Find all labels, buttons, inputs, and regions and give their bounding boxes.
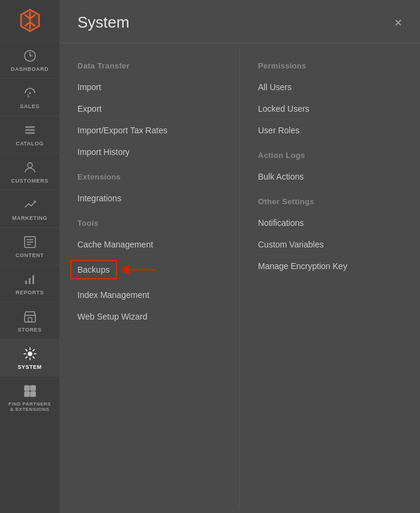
- svg-rect-19: [31, 392, 35, 396]
- index-management-link[interactable]: Index Management: [77, 289, 221, 301]
- sidebar-item-content[interactable]: CONTENT: [0, 227, 59, 264]
- import-link[interactable]: Import: [77, 81, 221, 93]
- sidebar-item-dashboard[interactable]: DASHBOARD: [0, 41, 59, 78]
- svg-rect-13: [25, 315, 35, 322]
- user-roles-link[interactable]: User Roles: [258, 124, 402, 136]
- magento-logo-icon: [17, 7, 43, 34]
- svg-rect-10: [25, 281, 27, 284]
- sales-icon: $: [23, 86, 37, 100]
- extensions-section: Extensions Integrations: [77, 172, 221, 204]
- svg-rect-5: [25, 129, 35, 131]
- action-logs-section: Action Logs Bulk Actions: [258, 151, 402, 183]
- import-history-link[interactable]: Import History: [77, 146, 221, 158]
- right-column: Permissions All Users Locked Users User …: [239, 49, 420, 507]
- backups-wrapper: Backups: [77, 260, 221, 279]
- svg-point-15: [28, 352, 32, 356]
- sidebar-item-catalog[interactable]: CATALOG: [0, 115, 59, 153]
- cache-management-link[interactable]: Cache Management: [77, 238, 221, 250]
- sidebar-item-marketing[interactable]: MARKETING: [0, 190, 59, 227]
- notifications-link[interactable]: Notifications: [258, 217, 402, 229]
- sidebar-logo: [0, 0, 59, 41]
- svg-rect-11: [29, 278, 31, 284]
- tools-section: Tools Cache Management Backups: [77, 219, 221, 323]
- panel-header: System ×: [59, 0, 420, 43]
- left-column: Data Transfer Import Export Import/Expor…: [59, 49, 239, 507]
- web-setup-wizard-link[interactable]: Web Setup Wizard: [77, 311, 221, 323]
- bulk-actions-link[interactable]: Bulk Actions: [258, 171, 402, 183]
- sidebar-item-catalog-label: CATALOG: [16, 141, 44, 147]
- export-link[interactable]: Export: [77, 103, 221, 115]
- panel-title: System: [77, 13, 130, 32]
- sidebar-item-content-label: CONTENT: [16, 252, 44, 258]
- sidebar-item-stores[interactable]: STORES: [0, 302, 59, 339]
- permissions-heading: Permissions: [258, 61, 402, 70]
- sidebar: DASHBOARD $ SALES CATALOG CUSTOMERS MARK…: [0, 0, 59, 513]
- reports-icon: [23, 272, 37, 287]
- svg-point-2: [29, 93, 31, 94]
- all-users-link[interactable]: All Users: [258, 81, 402, 93]
- system-icon: [23, 347, 37, 361]
- sidebar-item-sales[interactable]: $ SALES: [0, 78, 59, 115]
- red-arrow-icon: [122, 261, 158, 278]
- extensions-heading: Extensions: [77, 172, 221, 181]
- panel-content: Data Transfer Import Export Import/Expor…: [59, 43, 420, 513]
- sidebar-item-customers-label: CUSTOMERS: [11, 178, 49, 184]
- extensions-icon: [23, 384, 37, 398]
- customers-icon: [23, 160, 37, 175]
- sidebar-item-find-partners-label: FIND PARTNERS& EXTENSIONS: [8, 401, 51, 412]
- sidebar-item-system[interactable]: SYSTEM: [0, 339, 59, 376]
- tools-heading: Tools: [77, 219, 221, 228]
- sidebar-item-customers[interactable]: CUSTOMERS: [0, 153, 59, 190]
- svg-rect-17: [31, 386, 35, 390]
- sidebar-item-stores-label: STORES: [18, 327, 42, 333]
- integrations-link[interactable]: Integrations: [77, 192, 221, 204]
- svg-rect-16: [25, 386, 29, 390]
- stores-icon: [23, 309, 37, 324]
- svg-point-7: [28, 163, 32, 168]
- svg-rect-18: [25, 392, 29, 396]
- marketing-icon: [23, 198, 37, 212]
- action-logs-heading: Action Logs: [258, 151, 402, 160]
- catalog-icon: [23, 123, 37, 138]
- locked-users-link[interactable]: Locked Users: [258, 103, 402, 115]
- svg-rect-14: [28, 318, 32, 322]
- sidebar-item-sales-label: SALES: [20, 103, 40, 109]
- sidebar-item-find-partners[interactable]: FIND PARTNERS& EXTENSIONS: [0, 376, 59, 418]
- backups-link[interactable]: Backups: [70, 260, 117, 279]
- data-transfer-heading: Data Transfer: [77, 61, 221, 70]
- other-settings-heading: Other Settings: [258, 197, 402, 206]
- sidebar-item-reports-label: REPORTS: [16, 290, 44, 296]
- custom-variables-link[interactable]: Custom Variables: [258, 238, 402, 250]
- content-icon: [23, 235, 37, 249]
- system-panel: System × Data Transfer Import Export Imp…: [59, 0, 420, 513]
- sidebar-item-system-label: SYSTEM: [17, 364, 41, 370]
- sidebar-item-marketing-label: MARKETING: [12, 215, 47, 221]
- svg-rect-4: [25, 126, 35, 128]
- svg-rect-6: [25, 132, 35, 134]
- close-button[interactable]: ×: [394, 16, 402, 29]
- permissions-section: Permissions All Users Locked Users User …: [258, 61, 402, 136]
- sidebar-item-dashboard-label: DASHBOARD: [11, 66, 49, 72]
- sidebar-item-reports[interactable]: REPORTS: [0, 264, 59, 302]
- data-transfer-section: Data Transfer Import Export Import/Expor…: [77, 61, 221, 158]
- dashboard-icon: [23, 49, 37, 63]
- import-export-tax-rates-link[interactable]: Import/Export Tax Rates: [77, 124, 221, 136]
- other-settings-section: Other Settings Notifications Custom Vari…: [258, 197, 402, 272]
- svg-rect-12: [32, 275, 34, 284]
- manage-encryption-key-link[interactable]: Manage Encryption Key: [258, 260, 402, 272]
- svg-text:$: $: [27, 94, 29, 98]
